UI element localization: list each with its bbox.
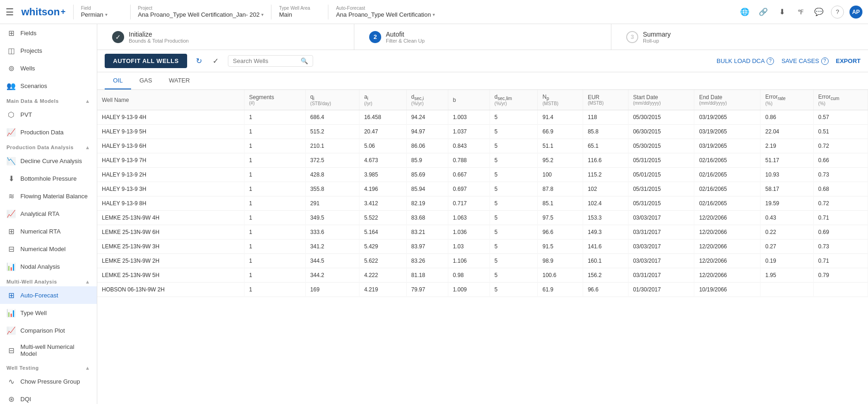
section3-collapse-icon[interactable]: ▲ xyxy=(85,279,90,284)
table-cell: 1 xyxy=(244,196,305,211)
section4-collapse-icon[interactable]: ▲ xyxy=(85,365,90,371)
nav-divider-2 xyxy=(130,5,131,19)
step-initialize[interactable]: ✓ Initialize Bounds & Total Production xyxy=(97,24,354,50)
table-cell: 1 xyxy=(244,168,305,182)
save-cases-help-icon[interactable]: ? xyxy=(821,57,829,65)
table-cell: HALEY 9-13-9 3H xyxy=(97,182,244,196)
refresh-icon[interactable]: ↻ xyxy=(193,55,206,68)
check-icon[interactable]: ✓ xyxy=(209,55,222,68)
table-cell: 149.3 xyxy=(583,225,628,240)
table-cell: HALEY 9-13-9 7H xyxy=(97,153,244,168)
search-box[interactable]: 🔍 xyxy=(228,55,313,67)
sidebar-item-scenarios[interactable]: 👥 Scenarios xyxy=(0,77,97,95)
table-cell: 0.73 xyxy=(813,168,868,182)
table-cell: 85.94 xyxy=(406,182,448,196)
section2-collapse-icon[interactable]: ▲ xyxy=(85,145,90,150)
section-collapse-icon[interactable]: ▲ xyxy=(85,98,90,104)
table-row[interactable]: HALEY 9-13-9 7H1372.54.67385.90.788595.2… xyxy=(97,153,868,168)
sidebar-item-auto-forecast[interactable]: ⊞ Auto-Forecast xyxy=(0,286,97,304)
table-cell: 1 xyxy=(244,240,305,254)
table-cell: 05/31/2015 xyxy=(628,196,694,211)
project-selector[interactable]: Project Ana Proano_Type Well Certificati… xyxy=(138,6,264,18)
table-cell: 5 xyxy=(490,283,538,297)
sidebar-item-dqi[interactable]: ⊛ DQI xyxy=(0,390,97,404)
table-cell: 156.2 xyxy=(583,268,628,283)
tab-water[interactable]: WATER xyxy=(160,72,198,89)
temperature-icon[interactable]: ℉ xyxy=(794,6,807,19)
user-avatar[interactable]: AP xyxy=(849,6,862,19)
chat-icon[interactable]: 💬 xyxy=(812,6,825,19)
sidebar-item-comparison-plot[interactable]: 📈 Comparison Plot xyxy=(0,322,97,339)
sidebar-item-label: Auto-Forecast xyxy=(20,292,58,299)
field-selector[interactable]: Field Permian ▾ xyxy=(81,6,123,18)
sidebar-item-type-well[interactable]: 📊 Type Well xyxy=(0,304,97,322)
table-row[interactable]: HALEY 9-13-9 2H1428.83.98585.690.6675100… xyxy=(97,168,868,182)
sidebar-item-chow-pressure[interactable]: ∿ Chow Pressure Group xyxy=(0,372,97,390)
step-autofit[interactable]: 2 Autofit Filter & Clean Up xyxy=(354,24,611,50)
table-cell: HALEY 9-13-9 4H xyxy=(97,110,244,125)
sidebar-item-flowing-material[interactable]: ≋ Flowing Material Balance xyxy=(0,187,97,205)
sidebar-item-fields[interactable]: ⊞ Fields xyxy=(0,24,97,42)
sidebar-item-pvt[interactable]: ⬡ PVT xyxy=(0,106,97,123)
app-logo: whitson+ xyxy=(21,6,66,18)
step-summary-text: Summary Roll-up xyxy=(643,31,671,44)
table-row[interactable]: LEMKE 25-13N-9W 4H1349.55.52283.681.0635… xyxy=(97,211,868,225)
col-dsec-lim: dsec,lim (%/yr) xyxy=(490,90,538,110)
table-cell: 85.9 xyxy=(406,153,448,168)
table-row[interactable]: LEMKE 25-13N-9W 6H1333.65.16483.211.0365… xyxy=(97,225,868,240)
sidebar-item-production-data[interactable]: 📈 Production Data xyxy=(0,123,97,141)
table-cell: 87.8 xyxy=(538,182,583,196)
toolbar-right-actions: BULK LOAD DCA ? SAVE CASES ? EXPORT xyxy=(717,57,861,65)
table-row[interactable]: LEMKE 25-13N-9W 2H1344.55.62283.261.1065… xyxy=(97,254,868,268)
sidebar-item-wells[interactable]: ⊚ Wells xyxy=(0,59,97,77)
tab-oil[interactable]: OIL xyxy=(105,72,131,89)
auto-forecast-selector[interactable]: Auto-Forecast Ana Proano_Type Well Certi… xyxy=(336,6,435,18)
search-icon: 🔍 xyxy=(301,57,308,64)
sidebar-item-label: PVT xyxy=(20,111,32,118)
table-row[interactable]: HALEY 9-13-9 5H1515.220.4794.971.037566.… xyxy=(97,125,868,139)
table-cell: LEMKE 25-13N-9W 4H xyxy=(97,211,244,225)
sidebar-item-projects[interactable]: ◫ Projects xyxy=(0,42,97,59)
sidebar-item-decline-curve[interactable]: 📉 Decline Curve Analysis xyxy=(0,152,97,170)
table-row[interactable]: HALEY 9-13-9 3H1355.84.19685.940.697587.… xyxy=(97,182,868,196)
sidebar-item-numerical-rta[interactable]: ⊞ Numerical RTA xyxy=(0,222,97,240)
analytical-rta-icon: 📈 xyxy=(6,209,16,218)
table-cell: 169 xyxy=(305,283,359,297)
menu-toggle[interactable]: ☰ xyxy=(6,6,14,18)
table-cell: 05/30/2015 xyxy=(628,110,694,125)
table-row[interactable]: HALEY 9-13-9 4H1686.416.45894.241.003591… xyxy=(97,110,868,125)
sidebar-item-numerical-model[interactable]: ⊟ Numerical Model xyxy=(0,240,97,258)
sidebar-item-nodal-analysis[interactable]: 📊 Nodal Analysis xyxy=(0,258,97,275)
bulk-load-help-icon[interactable]: ? xyxy=(767,57,774,65)
sidebar-item-analytical-rta[interactable]: 📈 Analytical RTA xyxy=(0,205,97,222)
step-summary[interactable]: 3 Summary Roll-up xyxy=(611,24,868,50)
export-button[interactable]: EXPORT xyxy=(836,57,861,64)
table-cell: 12/20/2066 xyxy=(694,240,761,254)
col-end-date: End Date (mm/dd/yyyy) xyxy=(694,90,761,110)
bulk-load-dca-button[interactable]: BULK LOAD DCA ? xyxy=(717,57,774,65)
search-input[interactable] xyxy=(233,57,298,64)
sidebar-item-label: Production Data xyxy=(20,129,63,136)
sidebar-item-bottomhole[interactable]: ⬇ Bottomhole Pressure xyxy=(0,170,97,187)
table-cell: 12/20/2066 xyxy=(694,268,761,283)
decline-curve-icon: 📉 xyxy=(6,156,16,165)
table-row[interactable]: LEMKE 25-13N-9W 5H1344.24.22281.180.9851… xyxy=(97,268,868,283)
table-row[interactable]: HALEY 9-13-9 6H1210.15.0686.060.843551.1… xyxy=(97,139,868,153)
autofit-all-wells-button[interactable]: AUTOFIT ALL WELLS xyxy=(105,54,187,68)
pvt-icon: ⬡ xyxy=(6,110,16,119)
table-row[interactable]: LEMKE 25-13N-9W 3H1341.25.42983.971.0359… xyxy=(97,240,868,254)
sidebar-item-multi-numerical-model[interactable]: ⊟ Multi-well Numerical Model xyxy=(0,339,97,361)
download-icon[interactable]: ⬇ xyxy=(775,6,788,19)
table-cell: 0.68 xyxy=(813,182,868,196)
link-icon[interactable]: 🔗 xyxy=(757,6,770,19)
save-cases-button[interactable]: SAVE CASES ? xyxy=(781,57,828,65)
table-cell: 372.5 xyxy=(305,153,359,168)
globe-icon[interactable]: 🌐 xyxy=(738,6,751,19)
table-row[interactable]: HOBSON 06-13N-9W 2H11694.21979.971.00956… xyxy=(97,283,868,297)
table-cell: HALEY 9-13-9 2H xyxy=(97,168,244,182)
tab-gas[interactable]: GAS xyxy=(131,72,160,89)
table-cell: 1 xyxy=(244,139,305,153)
help-icon[interactable]: ? xyxy=(831,6,844,19)
table-row[interactable]: HALEY 9-13-9 8H12913.41282.190.717585.11… xyxy=(97,196,868,211)
type-well-area-selector[interactable]: Type Well Area Main xyxy=(279,6,321,18)
